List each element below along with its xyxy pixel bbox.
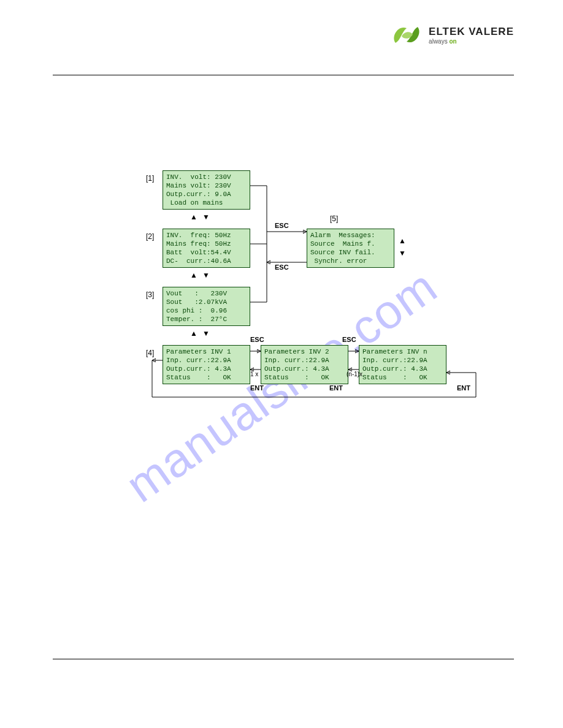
up-triangle-icon: ▲ [190,271,197,279]
logo-swirl-icon [389,22,424,48]
lcd-box-1: INV. volt: 230V Mains volt: 230V Outp.cu… [163,170,250,210]
node-number-4: [4] [146,349,154,357]
onex-label: 1 x [250,371,258,377]
node-number-3: [3] [146,290,154,299]
lcd-box-4: Parameters INV 1 Inp. curr.:22.9A Outp.c… [163,345,250,384]
header-rule [53,75,514,75]
node-number-5: [5] [330,214,338,223]
esc-label: ESC [250,336,264,343]
esc-label: ESC [275,222,289,229]
brand-tagline: always on [429,38,514,45]
node-number-2: [2] [146,232,154,241]
brand-logo: ELTEK VALERE always on [389,22,514,48]
esc-label: ESC [275,264,289,271]
esc-label: ESC [342,336,356,343]
lcd-box-3: Vout : 230V Sout :2.07kVA cos phi : 0.96… [163,287,250,326]
down-triangle-icon: ▼ [202,329,210,338]
ent-label: ENT [329,384,343,392]
lcd-box-5: Alarm Messages: Source Mains f. Source I… [307,229,394,268]
up-triangle-icon: ▲ [399,237,406,245]
up-triangle-icon: ▲ [190,329,197,338]
node-number-1: [1] [146,174,154,183]
down-triangle-icon: ▼ [399,249,406,257]
lcd-box-2: INV. freq: 50Hz Mains freq: 50Hz Batt vo… [163,229,250,268]
ent-label: ENT [250,384,264,392]
nminus1x-label: (n-1)x [347,371,362,377]
down-triangle-icon: ▼ [202,213,210,221]
footer-rule [53,659,514,659]
down-triangle-icon: ▼ [202,271,210,279]
up-triangle-icon: ▲ [190,213,197,221]
brand-name: ELTEK VALERE [429,26,514,38]
lcd-box-7: Parameters INV n Inp. curr.:22.9A Outp.c… [359,345,446,384]
menu-flow-diagram: [1] [2] [3] [4] [5] INV. volt: 230V Main… [141,170,488,415]
lcd-box-6: Parameters INV 2 Inp. curr.:22.9A Outp.c… [261,345,348,384]
ent-label: ENT [457,384,470,392]
